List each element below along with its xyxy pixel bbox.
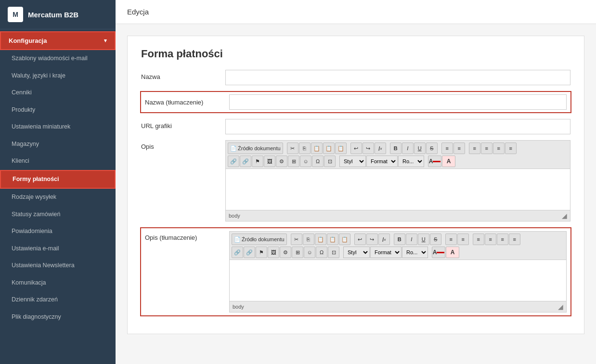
sidebar-item-rodzaje[interactable]: Rodzaje wysyłek	[0, 189, 116, 206]
resize-handle-2[interactable]: ◢	[558, 303, 563, 311]
font-color-btn-2[interactable]: A	[432, 247, 445, 258]
bold-btn-2[interactable]: B	[394, 234, 405, 245]
align-center-btn-2[interactable]: ≡	[485, 234, 496, 245]
style-select[interactable]: Styl	[339, 156, 366, 167]
align-left-btn-2[interactable]: ≡	[473, 234, 484, 245]
bg-color-btn-2[interactable]: A	[446, 247, 459, 258]
sidebar-section-konfiguracja[interactable]: Konfiguracja ▾	[0, 31, 116, 50]
iframe-btn[interactable]: ⊡	[324, 156, 336, 167]
paste-from-word-btn[interactable]: 📋	[335, 143, 347, 154]
paste-btn[interactable]: 📋	[311, 143, 323, 154]
font-select[interactable]: Ro...	[398, 156, 424, 167]
url-grafiki-input[interactable]	[225, 119, 570, 134]
sidebar-item-statusy[interactable]: Statusy zamówień	[0, 206, 116, 223]
emoji-btn[interactable]: ☺	[300, 156, 311, 167]
field-nazwa-tlumaczenie-row: Nazwa (tłumaczenie)	[140, 91, 571, 113]
logo-text: Mercatum B2B	[28, 11, 78, 19]
opis-toolbar-row2: 🔗 🔗 ⚑ 🖼 ⚙ ⊞ ☺ Ω ⊡	[228, 156, 568, 169]
sidebar-item-klienci[interactable]: Klienci	[0, 153, 116, 170]
source-btn-2[interactable]: 📄 Źródło dokumentu	[232, 234, 287, 245]
sidebar-item-komunikacja[interactable]: Komunikacja	[0, 274, 116, 292]
strike-btn-2[interactable]: S	[430, 234, 441, 245]
undo-btn-2[interactable]: ↩	[354, 234, 366, 245]
resize-handle[interactable]: ◢	[562, 212, 567, 220]
align-right-btn-2[interactable]: ≡	[497, 234, 508, 245]
italic-btn-2[interactable]: I	[406, 234, 417, 245]
main-content: Edycja Forma płatności Nazwa Nazwa (tłum…	[116, 0, 596, 364]
sidebar-item-miniaturki[interactable]: Ustawienia miniaturek	[0, 118, 116, 136]
format-select[interactable]: Format	[366, 156, 398, 167]
font-color-btn[interactable]: A	[428, 156, 441, 167]
bg-color-btn[interactable]: A	[442, 156, 455, 167]
sidebar-item-cenniki[interactable]: Cenniki	[0, 84, 116, 102]
special-char-btn[interactable]: Ω	[312, 156, 324, 167]
unlink-btn[interactable]: 🔗	[240, 156, 251, 167]
align-justify-btn-2[interactable]: ≡	[509, 234, 520, 245]
underline-btn[interactable]: U	[414, 143, 426, 154]
sidebar-logo: M Mercatum B2B	[0, 0, 116, 29]
flash-btn-2[interactable]: ⚙	[280, 247, 291, 258]
align-center-btn[interactable]: ≡	[481, 143, 492, 154]
font-select-2[interactable]: Ro...	[402, 247, 428, 258]
unordered-list-btn[interactable]: ≡	[453, 143, 465, 154]
cut-btn-2[interactable]: ✂	[291, 234, 302, 245]
redo-btn-2[interactable]: ↪	[366, 234, 378, 245]
cut-btn[interactable]: ✂	[287, 143, 298, 154]
table-btn-2[interactable]: ⊞	[292, 247, 303, 258]
paste-text-btn[interactable]: 📋	[323, 143, 335, 154]
sidebar-item-email[interactable]: Ustawienia e-mail	[0, 240, 116, 258]
remove-format-btn-2[interactable]: Ix	[378, 234, 390, 245]
anchor-btn[interactable]: ⚑	[252, 156, 263, 167]
remove-format-btn[interactable]: Ix	[375, 143, 386, 154]
anchor-btn-2[interactable]: ⚑	[256, 247, 267, 258]
table-btn[interactable]: ⊞	[288, 156, 299, 167]
image-btn-2[interactable]: 🖼	[268, 247, 279, 258]
sidebar-item-waluty[interactable]: Waluty, języki i kraje	[0, 67, 116, 85]
sidebar-item-produkty[interactable]: Produkty	[0, 102, 116, 119]
copy-btn[interactable]: ⎘	[299, 143, 311, 154]
ordered-list-btn-2[interactable]: ≡	[445, 234, 457, 245]
link-btn-2[interactable]: 🔗	[232, 247, 243, 258]
unlink-btn-2[interactable]: 🔗	[244, 247, 255, 258]
sidebar-item-plik[interactable]: Plik diagnostyczny	[0, 309, 116, 326]
sidebar-item-dziennik[interactable]: Dziennik zdarzeń	[0, 291, 116, 309]
style-select-2[interactable]: Styl	[343, 247, 370, 258]
nazwa-tlumaczenie-input[interactable]	[229, 94, 567, 110]
special-char-btn-2[interactable]: Ω	[316, 247, 327, 258]
sidebar-item-newsletter[interactable]: Ustawienia Newslettera	[0, 257, 116, 274]
sidebar-item-magazyny[interactable]: Magazyny	[0, 136, 116, 153]
iframe-btn-2[interactable]: ⊡	[328, 247, 339, 258]
underline-btn-2[interactable]: U	[418, 234, 429, 245]
nazwa-input[interactable]	[225, 70, 570, 85]
link-btn[interactable]: 🔗	[228, 156, 239, 167]
sidebar-item-powiadomienia[interactable]: Powiadomienia	[0, 223, 116, 240]
flash-btn[interactable]: ⚙	[276, 156, 287, 167]
ordered-list-btn[interactable]: ≡	[441, 143, 453, 154]
field-nazwa: Nazwa	[141, 70, 570, 85]
opis-editor-body[interactable]	[226, 169, 570, 210]
strike-btn[interactable]: S	[426, 143, 438, 154]
sidebar-item-szablony[interactable]: Szablony wiadomości e-mail	[0, 50, 116, 67]
source-btn[interactable]: 📄 Źródło dokumentu	[228, 143, 283, 154]
redo-btn[interactable]: ↪	[363, 143, 374, 154]
image-btn[interactable]: 🖼	[264, 156, 275, 167]
align-justify-btn[interactable]: ≡	[505, 143, 517, 154]
format-select-2[interactable]: Format	[370, 247, 402, 258]
logo-icon: M	[8, 7, 23, 22]
italic-btn[interactable]: I	[402, 143, 414, 154]
align-right-btn[interactable]: ≡	[493, 143, 505, 154]
emoji-btn-2[interactable]: ☺	[304, 247, 315, 258]
paste-text-btn-2[interactable]: 📋	[327, 234, 338, 245]
bold-btn[interactable]: B	[390, 143, 402, 154]
main-body: Forma płatności Nazwa Nazwa (tłumaczenie…	[116, 24, 596, 346]
field-url-grafiki: URL grafiki	[141, 119, 570, 134]
copy-btn-2[interactable]: ⎘	[303, 234, 314, 245]
unordered-list-btn-2[interactable]: ≡	[457, 234, 469, 245]
sidebar-item-formy[interactable]: Formy płatności	[0, 170, 116, 189]
opis-tlumaczenie-editor-body[interactable]	[230, 260, 566, 301]
undo-btn[interactable]: ↩	[350, 143, 362, 154]
paste-from-word-btn-2[interactable]: 📋	[339, 234, 350, 245]
paste-btn-2[interactable]: 📋	[315, 234, 326, 245]
align-left-btn[interactable]: ≡	[469, 143, 480, 154]
form-card: Forma płatności Nazwa Nazwa (tłumaczenie…	[127, 36, 584, 334]
